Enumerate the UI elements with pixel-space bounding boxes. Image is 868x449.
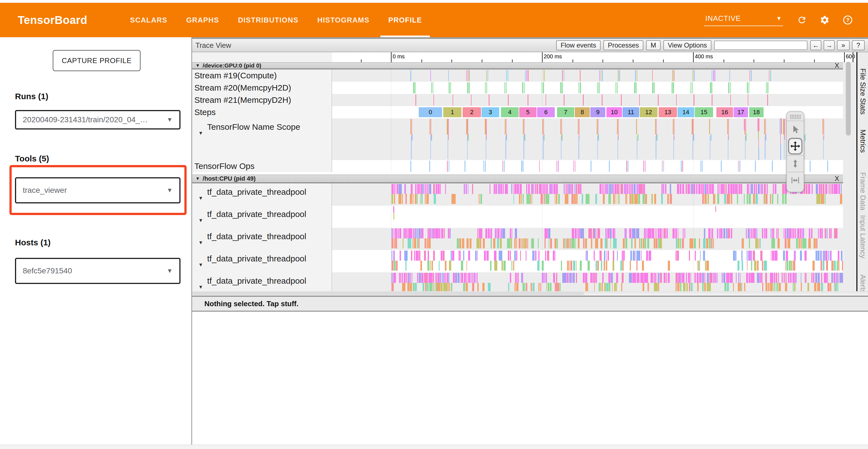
- trace-event[interactable]: [597, 82, 598, 93]
- trace-event[interactable]: [645, 160, 646, 172]
- trace-event[interactable]: [417, 238, 418, 248]
- trace-event[interactable]: [676, 283, 677, 291]
- trace-event[interactable]: [702, 283, 704, 291]
- trace-event[interactable]: [432, 229, 433, 238]
- trace-event[interactable]: [497, 238, 499, 248]
- trace-event[interactable]: [785, 261, 786, 271]
- trace-event[interactable]: [697, 273, 699, 283]
- trace-event[interactable]: [658, 94, 659, 106]
- trace-event[interactable]: [580, 184, 582, 194]
- trace-event[interactable]: [576, 273, 577, 283]
- trace-event[interactable]: [730, 94, 731, 106]
- trace-event[interactable]: [757, 261, 758, 271]
- trace-event[interactable]: [457, 238, 459, 248]
- trace-event[interactable]: [689, 283, 690, 291]
- trace-event[interactable]: [418, 184, 420, 194]
- trace-event[interactable]: [709, 184, 710, 194]
- status-dropdown[interactable]: INACTIVE ▼: [704, 14, 783, 26]
- trace-event[interactable]: [721, 184, 722, 194]
- trace-event[interactable]: [415, 229, 416, 238]
- trace-event[interactable]: [728, 229, 730, 238]
- trace-event[interactable]: [469, 82, 469, 93]
- trace-event[interactable]: [606, 250, 607, 261]
- trace-event[interactable]: [726, 229, 727, 238]
- trace-event[interactable]: [774, 250, 777, 261]
- trace-event[interactable]: [804, 250, 807, 261]
- trace-event[interactable]: [395, 229, 397, 238]
- trace-event[interactable]: [548, 283, 549, 291]
- trace-event[interactable]: [414, 238, 416, 248]
- trace-event[interactable]: [644, 229, 645, 238]
- trace-event[interactable]: [410, 70, 411, 81]
- trace-event[interactable]: [735, 184, 737, 194]
- trace-event[interactable]: [577, 229, 578, 238]
- trace-event[interactable]: [526, 250, 526, 261]
- trace-event[interactable]: [500, 238, 501, 248]
- trace-event[interactable]: [658, 283, 659, 291]
- trace-event[interactable]: [562, 134, 563, 141]
- trace-event[interactable]: [525, 134, 525, 141]
- vtab-file-size-stats[interactable]: File Size Stats: [859, 68, 867, 115]
- trace-event[interactable]: [723, 229, 725, 238]
- trace-event[interactable]: [441, 229, 443, 238]
- trace-event[interactable]: [404, 250, 408, 261]
- trace-event[interactable]: [399, 229, 401, 238]
- trace-event[interactable]: [514, 238, 516, 248]
- trace-event[interactable]: [629, 184, 630, 194]
- trace-event[interactable]: [712, 184, 714, 194]
- trace-event[interactable]: [698, 261, 699, 271]
- trace-event[interactable]: [567, 273, 569, 283]
- trace-event[interactable]: [516, 250, 517, 261]
- trace-event[interactable]: [670, 184, 671, 194]
- trace-event[interactable]: [828, 283, 829, 291]
- trace-event[interactable]: [623, 250, 624, 261]
- trace-event[interactable]: [593, 273, 594, 283]
- trace-event[interactable]: [754, 184, 755, 194]
- trace-event[interactable]: [688, 273, 690, 283]
- trace-event[interactable]: [555, 283, 559, 291]
- trace-event[interactable]: [643, 160, 644, 172]
- trace-event[interactable]: [643, 184, 645, 194]
- trace-event[interactable]: [713, 70, 714, 81]
- trace-event[interactable]: [493, 238, 495, 248]
- trace-event[interactable]: [528, 70, 529, 81]
- trace-event[interactable]: [430, 261, 431, 271]
- track-label[interactable]: Stream #21(MemcpyD2H): [192, 94, 332, 106]
- trace-event[interactable]: [694, 238, 695, 248]
- trace-event[interactable]: [392, 194, 393, 204]
- trace-event[interactable]: [573, 273, 575, 283]
- trace-event[interactable]: [810, 160, 810, 172]
- trace-event[interactable]: [439, 229, 440, 238]
- trace-event[interactable]: [421, 194, 423, 204]
- trace-event[interactable]: [433, 250, 435, 261]
- trace-event[interactable]: [609, 184, 610, 194]
- trace-event[interactable]: [713, 238, 714, 248]
- trace-event[interactable]: [511, 184, 512, 194]
- trace-event[interactable]: [793, 261, 795, 271]
- trace-event[interactable]: [673, 136, 674, 159]
- trace-event[interactable]: [402, 273, 403, 283]
- trace-event[interactable]: [825, 229, 826, 238]
- trace-event[interactable]: [468, 273, 470, 283]
- trace-event[interactable]: [602, 283, 603, 291]
- trace-event[interactable]: [703, 250, 705, 261]
- track-timeline[interactable]: [332, 94, 843, 106]
- close-icon[interactable]: X: [835, 175, 839, 183]
- trace-event[interactable]: [519, 194, 520, 204]
- trace-event[interactable]: [606, 283, 609, 291]
- trace-event[interactable]: [782, 194, 784, 204]
- trace-event[interactable]: [625, 194, 626, 204]
- trace-event[interactable]: [831, 261, 834, 271]
- trace-event[interactable]: [757, 273, 759, 283]
- trace-event[interactable]: [573, 261, 575, 271]
- trace-event[interactable]: [749, 82, 749, 93]
- trace-event[interactable]: [422, 184, 424, 194]
- trace-event[interactable]: [774, 283, 775, 291]
- trace-event[interactable]: [767, 94, 768, 106]
- trace-event[interactable]: [609, 283, 610, 291]
- trace-event[interactable]: [542, 261, 544, 271]
- trace-event[interactable]: [452, 250, 454, 261]
- trace-event[interactable]: [512, 229, 512, 238]
- trace-event[interactable]: [617, 250, 618, 261]
- collapse-icon[interactable]: ▼: [198, 278, 203, 291]
